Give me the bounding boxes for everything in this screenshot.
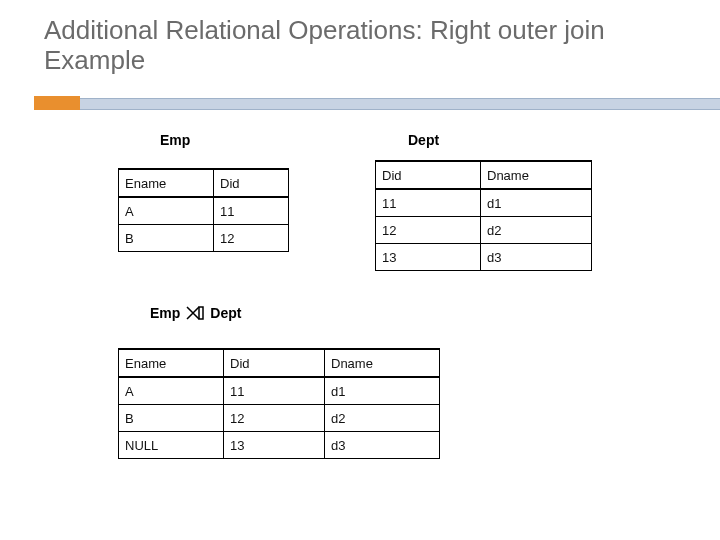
- right-outer-join-icon: [186, 306, 204, 320]
- svg-rect-0: [199, 307, 203, 319]
- result-header-did: Did: [224, 349, 325, 377]
- result-table: Ename Did Dname A 11 d1 B 12 d2 NULL 13 …: [118, 348, 440, 459]
- dept-table: Did Dname 11 d1 12 d2 13 d3: [375, 160, 592, 271]
- table-row: 13 d3: [376, 244, 592, 271]
- emp-cell: B: [119, 225, 214, 252]
- table-row: 12 d2: [376, 217, 592, 244]
- join-right-rel: Dept: [210, 305, 241, 321]
- table-row: B 12: [119, 225, 289, 252]
- emp-cell: 12: [214, 225, 289, 252]
- result-header-ename: Ename: [119, 349, 224, 377]
- dept-cell: d2: [481, 217, 592, 244]
- emp-cell: 11: [214, 197, 289, 225]
- result-header-dname: Dname: [325, 349, 440, 377]
- dept-cell: 12: [376, 217, 481, 244]
- result-cell: d1: [325, 377, 440, 405]
- accent-rule: [0, 96, 720, 110]
- table-row: 11 d1: [376, 189, 592, 217]
- table-row: B 12 d2: [119, 405, 440, 432]
- emp-cell: A: [119, 197, 214, 225]
- right-outer-join-expression: Emp Dept: [150, 305, 241, 321]
- join-left-rel: Emp: [150, 305, 180, 321]
- dept-cell: 11: [376, 189, 481, 217]
- result-cell: d2: [325, 405, 440, 432]
- result-cell: 12: [224, 405, 325, 432]
- emp-label: Emp: [160, 132, 190, 148]
- result-cell: d3: [325, 432, 440, 459]
- dept-label: Dept: [408, 132, 439, 148]
- emp-header-did: Did: [214, 169, 289, 197]
- table-row: A 11: [119, 197, 289, 225]
- accent-blue-bar: [80, 98, 720, 110]
- result-cell: B: [119, 405, 224, 432]
- dept-cell: d1: [481, 189, 592, 217]
- page-title: Additional Relational Operations: Right …: [44, 16, 680, 76]
- slide: Additional Relational Operations: Right …: [0, 0, 720, 540]
- result-cell: 11: [224, 377, 325, 405]
- dept-header-did: Did: [376, 161, 481, 189]
- table-row: NULL 13 d3: [119, 432, 440, 459]
- result-cell: 13: [224, 432, 325, 459]
- table-row: A 11 d1: [119, 377, 440, 405]
- accent-orange-block: [34, 96, 80, 110]
- dept-cell: d3: [481, 244, 592, 271]
- result-cell: A: [119, 377, 224, 405]
- dept-header-dname: Dname: [481, 161, 592, 189]
- emp-header-ename: Ename: [119, 169, 214, 197]
- emp-table: Ename Did A 11 B 12: [118, 168, 289, 252]
- dept-cell: 13: [376, 244, 481, 271]
- result-cell: NULL: [119, 432, 224, 459]
